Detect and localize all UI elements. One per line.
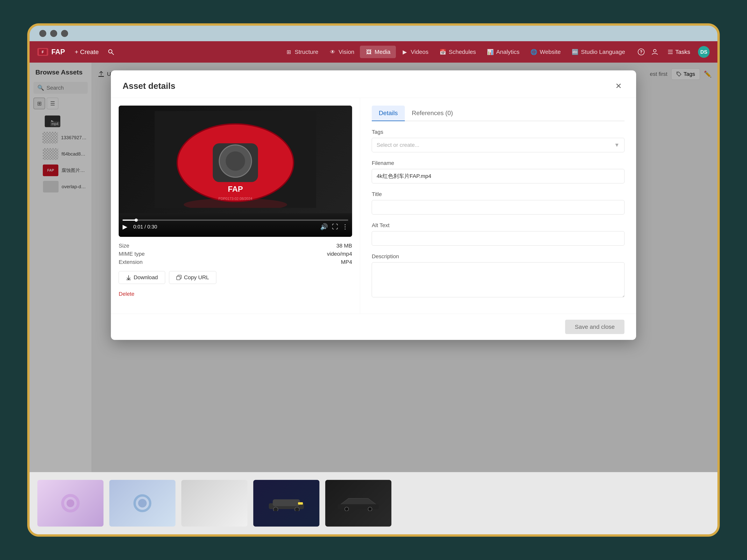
main-content: Browse Assets 🔍 ⊞ ☰ ▶ mp4 — [30, 62, 717, 472]
video-content: FAP FDP0173-02 08/2024 — [119, 106, 352, 237]
filename-field: Filename — [372, 160, 624, 183]
minimize-traffic-light[interactable] — [50, 30, 57, 37]
maximize-traffic-light[interactable] — [61, 30, 68, 37]
modal-close-button[interactable]: ✕ — [613, 80, 624, 92]
svg-rect-28 — [338, 504, 379, 509]
bottom-strip — [30, 472, 717, 534]
nav-right: ? Tasks DS — [636, 46, 710, 58]
title-input[interactable] — [372, 200, 624, 214]
tasks-button[interactable]: Tasks — [664, 47, 694, 57]
extension-label: Extension — [119, 259, 143, 265]
modal-title: Asset details — [123, 81, 175, 91]
media-icon: 🖼 — [365, 48, 372, 55]
nav-item-structure[interactable]: ⊞ Structure — [280, 46, 324, 58]
nav-item-videos[interactable]: ▶ Videos — [396, 46, 434, 58]
meta-row-extension: Extension MP4 — [119, 259, 352, 265]
time-display: 0:01 / 0:30 — [133, 224, 157, 230]
download-button[interactable]: Download — [119, 271, 165, 284]
modal-body: FAP FDP0173-02 08/2024 — [111, 98, 636, 314]
strip-item[interactable] — [253, 480, 319, 527]
nav-item-vision[interactable]: 👁 Vision — [324, 46, 360, 58]
svg-point-6 — [653, 49, 656, 52]
copy-url-button[interactable]: Copy URL — [169, 271, 216, 284]
svg-point-26 — [295, 507, 300, 511]
play-button[interactable]: ▶ — [123, 223, 127, 231]
video-controls: ▶ 0:01 / 0:30 🔊 ⛶ ⋮ — [119, 213, 352, 237]
action-buttons: Download Copy URL — [119, 271, 352, 284]
nav-item-studio-language[interactable]: 🔤 Studio Language — [566, 46, 630, 58]
svg-point-20 — [67, 499, 74, 507]
close-traffic-light[interactable] — [39, 30, 46, 37]
more-options-button[interactable]: ⋮ — [342, 223, 348, 231]
help-button[interactable]: ? — [636, 47, 646, 57]
description-textarea[interactable] — [372, 262, 624, 297]
save-close-button[interactable]: Save and close — [565, 320, 624, 334]
user-avatar: DS — [698, 46, 710, 58]
delete-button[interactable]: Delete — [119, 288, 134, 300]
nav-item-schedules[interactable]: 📅 Schedules — [434, 46, 481, 58]
tab-details[interactable]: Details — [372, 106, 405, 121]
nav-item-analytics[interactable]: 📊 Analytics — [482, 46, 525, 58]
modal-left-panel: FAP FDP0173-02 08/2024 — [111, 98, 360, 314]
svg-rect-24 — [273, 499, 300, 506]
asset-details-modal: Asset details ✕ — [111, 71, 636, 340]
app-container: F FAP + Create ⊞ Structure 👁 Vision — [30, 41, 717, 534]
extension-value: MP4 — [341, 259, 352, 265]
tags-field: Tags Select or create... ▼ — [372, 129, 624, 152]
create-label: + Create — [75, 48, 99, 56]
svg-text:FAP: FAP — [228, 185, 243, 193]
nav-item-website[interactable]: 🌐 Website — [525, 46, 566, 58]
schedules-label: Schedules — [448, 49, 476, 55]
right-controls: 🔊 ⛶ ⋮ — [320, 223, 348, 231]
tags-select[interactable]: Select or create... ▼ — [372, 138, 624, 152]
svg-point-25 — [273, 507, 278, 511]
strip-item[interactable] — [325, 480, 391, 527]
studio-language-icon: 🔤 — [571, 48, 578, 55]
nav-logo-icon: F — [37, 48, 48, 56]
logo-text: FAP — [51, 48, 65, 56]
modal-overlay: Asset details ✕ — [30, 62, 717, 472]
tab-references[interactable]: References (0) — [405, 106, 460, 121]
website-label: Website — [540, 49, 561, 55]
videos-label: Videos — [411, 49, 428, 55]
analytics-icon: 📊 — [487, 48, 494, 55]
strip-item[interactable] — [109, 480, 176, 527]
size-value: 38 MB — [336, 243, 352, 249]
user-icon-button[interactable] — [650, 47, 660, 57]
create-button[interactable]: + Create — [71, 46, 103, 58]
controls-row: ▶ 0:01 / 0:30 🔊 ⛶ ⋮ — [123, 223, 348, 231]
browser-titlebar — [30, 26, 717, 41]
progress-track[interactable] — [123, 219, 348, 221]
mime-label: MIME type — [119, 251, 145, 257]
strip-item[interactable] — [181, 480, 248, 527]
filename-input[interactable] — [372, 169, 624, 183]
top-nav: F FAP + Create ⊞ Structure 👁 Vision — [30, 41, 717, 62]
progress-handle[interactable] — [135, 218, 138, 222]
tags-placeholder: Select or create... — [377, 142, 419, 148]
browser-window: F FAP + Create ⊞ Structure 👁 Vision — [27, 23, 720, 537]
modal-footer: Save and close — [111, 314, 636, 340]
modal-header: Asset details ✕ — [111, 71, 636, 98]
traffic-lights — [39, 30, 68, 37]
filename-label: Filename — [372, 160, 624, 166]
vision-icon: 👁 — [329, 48, 336, 55]
progress-fill — [123, 219, 136, 221]
svg-text:F: F — [42, 50, 44, 54]
structure-icon: ⊞ — [285, 48, 292, 55]
meta-row-size: Size 38 MB — [119, 243, 352, 249]
vision-label: Vision — [338, 49, 354, 55]
svg-text:?: ? — [640, 49, 643, 54]
volume-button[interactable]: 🔊 — [320, 223, 328, 231]
download-label: Download — [134, 274, 158, 281]
description-label: Description — [372, 254, 624, 260]
copy-url-label: Copy URL — [184, 274, 209, 281]
fullscreen-button[interactable]: ⛶ — [332, 223, 338, 231]
strip-item[interactable] — [37, 480, 103, 527]
mime-value: video/mp4 — [327, 251, 352, 257]
search-button[interactable] — [107, 48, 115, 56]
alt-text-input[interactable] — [372, 231, 624, 246]
schedules-icon: 📅 — [439, 48, 446, 55]
nav-item-media[interactable]: 🖼 Media — [360, 46, 396, 58]
meta-row-mime: MIME type video/mp4 — [119, 251, 352, 257]
structure-label: Structure — [295, 49, 318, 55]
